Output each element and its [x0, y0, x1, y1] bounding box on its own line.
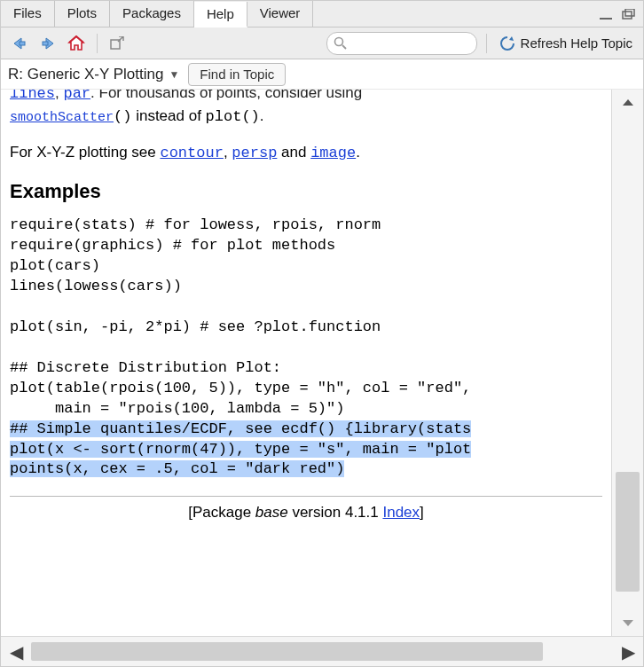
scroll-up-icon[interactable] [612, 90, 643, 114]
svg-rect-3 [20, 42, 25, 45]
divider [10, 496, 602, 497]
topic-title: R: Generic X-Y Plotting [8, 66, 163, 83]
text: ] [420, 504, 424, 521]
help-pane: Files Plots Packages Help Viewer [0, 0, 644, 667]
scroll-thumb[interactable] [616, 472, 640, 591]
scroll-track[interactable] [612, 114, 643, 611]
text: , [224, 144, 232, 161]
refresh-help-button[interactable]: Refresh Help Topic [496, 35, 636, 51]
tab-help[interactable]: Help [194, 2, 247, 27]
topic-breadcrumb[interactable]: R: Generic X-Y Plotting ▼ [8, 66, 179, 83]
text: . For thousands of points, consider usin… [90, 90, 362, 101]
text: instead of [131, 107, 205, 124]
example-code: require(stats) # for lowess, rpois, rnor… [10, 216, 602, 419]
maximize-icon[interactable] [620, 9, 636, 20]
help-search-input[interactable] [326, 32, 477, 55]
examples-heading: Examples [10, 180, 602, 203]
toolbar-separator-2 [486, 34, 487, 53]
topic-header-row: R: Generic X-Y Plotting ▼ Find in Topic [1, 59, 643, 90]
scroll-left-icon[interactable]: ◀ [1, 637, 31, 666]
minimize-icon[interactable] [599, 9, 615, 20]
tab-plots[interactable]: Plots [55, 1, 110, 27]
text-selection: ## Simple quantiles/ECDF, see ecdf() {li… [10, 420, 471, 478]
open-in-window-button[interactable] [106, 32, 130, 55]
tab-files[interactable]: Files [1, 1, 55, 27]
link-persp[interactable]: persp [232, 145, 277, 161]
link-index[interactable]: Index [382, 504, 420, 521]
tab-viewer[interactable]: Viewer [247, 1, 314, 27]
text: . [356, 144, 360, 161]
svg-rect-1 [623, 12, 632, 19]
link-image[interactable]: image [310, 145, 356, 161]
find-in-topic-button[interactable]: Find in Topic [188, 63, 286, 86]
scroll-thumb-h[interactable] [31, 642, 543, 661]
scroll-track-h[interactable] [31, 637, 613, 666]
arrow-right-icon [39, 36, 57, 51]
text: () [114, 108, 131, 125]
scroll-down-icon[interactable] [612, 611, 643, 636]
text: version 4.1.1 [288, 504, 383, 521]
package-name: base [255, 504, 288, 521]
tab-packages[interactable]: Packages [110, 1, 194, 27]
search-wrap [326, 32, 477, 55]
svg-rect-0 [600, 18, 612, 20]
text: and [277, 144, 310, 161]
help-toolbar: Refresh Help Topic [1, 27, 643, 59]
svg-rect-2 [625, 9, 634, 16]
home-icon [67, 35, 85, 51]
pane-tabs: Files Plots Packages Help Viewer [1, 1, 643, 27]
help-content: lines, par. For thousands of points, con… [1, 90, 611, 636]
pane-window-controls [599, 1, 643, 27]
package-footer: [Package base version 4.1.1 Index] [10, 504, 602, 522]
search-icon [334, 36, 347, 52]
text: . [260, 107, 264, 124]
svg-line-7 [342, 45, 346, 49]
link-contour[interactable]: contour [160, 145, 223, 161]
toolbar-separator [97, 34, 98, 53]
link-lines[interactable]: lines [10, 90, 55, 102]
refresh-label: Refresh Help Topic [521, 35, 632, 51]
svg-point-6 [334, 37, 342, 45]
example-code-selected[interactable]: ## Simple quantiles/ECDF, see ecdf() {li… [10, 420, 602, 481]
text: For X-Y-Z plotting see [10, 144, 160, 161]
forward-button[interactable] [36, 32, 59, 55]
link-par[interactable]: par [63, 90, 90, 102]
code-text: plot() [206, 108, 260, 125]
horizontal-scrollbar[interactable]: ◀ ▶ [1, 636, 643, 666]
refresh-icon [499, 35, 515, 51]
scroll-right-icon[interactable]: ▶ [613, 637, 643, 666]
caret-down-icon: ▼ [169, 68, 179, 81]
back-button[interactable] [8, 32, 31, 55]
home-button[interactable] [65, 32, 88, 55]
link-smoothscatter[interactable]: smoothScatter [10, 110, 114, 125]
vertical-scrollbar[interactable] [611, 90, 643, 636]
arrow-left-icon [11, 36, 28, 51]
text: [Package [188, 504, 255, 521]
popout-icon [110, 36, 126, 51]
svg-rect-4 [43, 42, 48, 45]
